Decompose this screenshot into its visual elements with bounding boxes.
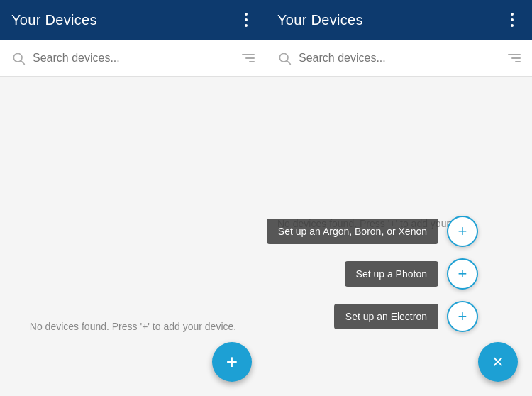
right-search-icon [277, 51, 292, 65]
left-search-input[interactable] [33, 52, 242, 65]
right-title: Your Devices [277, 12, 363, 28]
left-search-icon [11, 51, 26, 65]
right-panel: Your Devices No devices found. Press '+'… [266, 0, 532, 396]
right-more-icon[interactable] [504, 11, 521, 28]
action-label-argon: Set up an Argon, Boron, or Xenon [267, 219, 438, 244]
left-title: Your Devices [11, 12, 97, 28]
action-label-electron: Set up an Electron [334, 304, 438, 329]
left-more-icon[interactable] [238, 11, 255, 28]
action-menu: Set up an Argon, Boron, or Xenon + Set u… [267, 216, 478, 332]
left-add-button[interactable]: + [212, 342, 252, 382]
right-search-input[interactable] [299, 52, 508, 65]
svg-line-1 [21, 60, 25, 64]
left-header: Your Devices [0, 0, 266, 40]
action-label-photon: Set up a Photon [345, 261, 438, 287]
action-item-photon: Set up a Photon + [345, 258, 478, 290]
action-item-argon: Set up an Argon, Boron, or Xenon + [267, 216, 478, 247]
left-panel: Your Devices No devices found. Press '+'… [0, 0, 266, 396]
left-content: No devices found. Press '+' to add your … [0, 77, 266, 396]
left-filter-icon[interactable] [242, 54, 255, 62]
right-search-bar [266, 40, 532, 77]
right-close-button[interactable]: × [478, 342, 518, 382]
left-search-bar [0, 40, 266, 77]
right-header: Your Devices [266, 0, 532, 40]
action-fab-electron[interactable]: + [447, 301, 478, 332]
right-content: No devices found. Press '+' to add your … [266, 77, 532, 396]
svg-line-3 [287, 60, 291, 64]
action-fab-argon[interactable]: + [447, 216, 478, 247]
action-fab-photon[interactable]: + [447, 258, 478, 290]
left-empty-message: No devices found. Press '+' to add your … [11, 321, 255, 332]
action-item-electron: Set up an Electron + [334, 301, 478, 332]
right-filter-icon[interactable] [508, 54, 521, 62]
